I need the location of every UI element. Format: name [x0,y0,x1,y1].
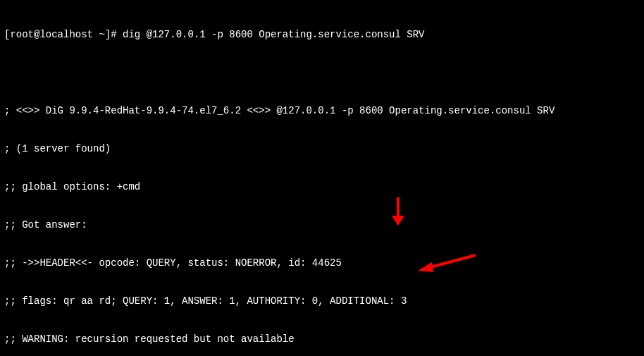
blank-line [4,66,640,79]
servers-found: ; (1 server found) [4,142,640,155]
flags-line: ;; flags: qr aa rd; QUERY: 1, ANSWER: 1,… [4,295,640,307]
warning-line: ;; WARNING: recursion requested but not … [4,333,640,345]
dig-banner: ; <<>> DiG 9.9.4-RedHat-9.9.4-74.el7_6.2… [4,104,640,117]
prompt-line: [root@localhost ~]# dig @127.0.0.1 -p 86… [4,28,640,41]
global-options: ;; global options: +cmd [4,180,640,193]
header-line: ;; ->>HEADER<<- opcode: QUERY, status: N… [4,257,640,269]
got-answer: ;; Got answer: [4,219,640,231]
terminal-window[interactable]: [root@localhost ~]# dig @127.0.0.1 -p 86… [0,0,644,356]
